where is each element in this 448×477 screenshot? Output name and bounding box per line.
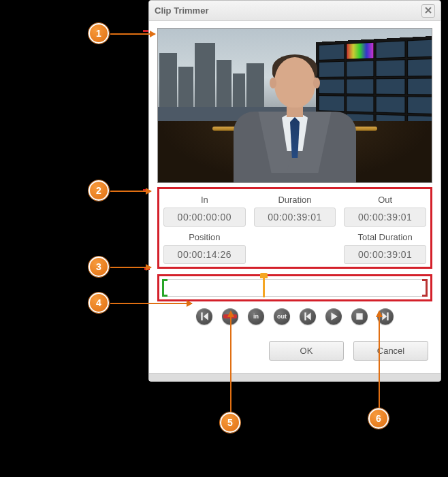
callout-3-arrow	[110, 267, 151, 268]
transport-controls: in out	[157, 308, 432, 325]
skip-start-icon	[199, 312, 209, 321]
totaldur-value[interactable]: 00:00:39:01	[344, 245, 426, 264]
position-value[interactable]: 00:00:14:26	[163, 245, 246, 264]
callout-5-line	[230, 312, 231, 412]
video-preview[interactable]	[157, 28, 432, 183]
mark-out-button[interactable]: out	[274, 308, 290, 325]
clip-trimmer-dialog: Clip Trimmer	[148, 0, 441, 382]
callout-4: 4	[89, 293, 109, 313]
out-label: Out	[344, 193, 426, 206]
duration-value[interactable]: 00:00:39:01	[254, 208, 336, 227]
titlebar[interactable]: Clip Trimmer	[149, 1, 441, 21]
step-back-icon	[303, 312, 313, 321]
close-icon	[425, 7, 432, 14]
svg-rect-0	[356, 313, 362, 319]
stop-icon	[355, 312, 364, 321]
ok-button[interactable]: OK	[269, 341, 344, 361]
callout-6: 6	[368, 408, 389, 429]
dialog-resize-bar[interactable]	[149, 373, 441, 381]
totaldur-label: Total Duration	[344, 231, 426, 244]
out-bracket-icon[interactable]	[422, 279, 428, 297]
callout-6-arrowhead	[375, 310, 383, 318]
callout-5: 5	[220, 412, 240, 433]
in-value[interactable]: 00:00:00:00	[163, 208, 246, 227]
playhead-icon[interactable]	[263, 277, 265, 297]
cancel-button[interactable]: Cancel	[353, 341, 428, 361]
callout-4-arrow	[110, 303, 192, 304]
callout-2: 2	[89, 180, 109, 201]
out-icon: out	[277, 313, 287, 320]
in-label: In	[163, 193, 246, 206]
callout-3: 3	[89, 257, 109, 277]
callout-1: 1	[89, 23, 109, 44]
goto-start-button[interactable]	[196, 308, 212, 325]
play-button[interactable]	[325, 308, 342, 325]
dialog-buttons: OK Cancel	[157, 341, 432, 363]
callout-1-arrow	[110, 33, 155, 35]
play-icon	[329, 312, 338, 321]
callout-2-arrow	[110, 191, 151, 192]
mark-in-button[interactable]: in	[248, 308, 264, 325]
stop-button[interactable]	[351, 308, 368, 325]
dialog-title: Clip Trimmer	[155, 5, 421, 16]
scrub-bar[interactable]	[162, 279, 428, 297]
callout-5-arrowhead	[227, 310, 235, 318]
scrub-panel	[157, 274, 432, 301]
out-value[interactable]: 00:00:39:01	[344, 208, 426, 227]
close-button[interactable]	[421, 4, 435, 18]
decoration	[143, 30, 148, 32]
in-icon: in	[253, 313, 259, 320]
callout-6-line	[379, 312, 380, 408]
duration-label: Duration	[254, 193, 336, 206]
step-back-button[interactable]	[300, 308, 316, 325]
in-bracket-icon[interactable]	[162, 279, 167, 297]
position-label: Position	[163, 231, 246, 244]
timecode-panel: In Duration Out 00:00:00:00 00:00:39:01 …	[157, 187, 432, 269]
